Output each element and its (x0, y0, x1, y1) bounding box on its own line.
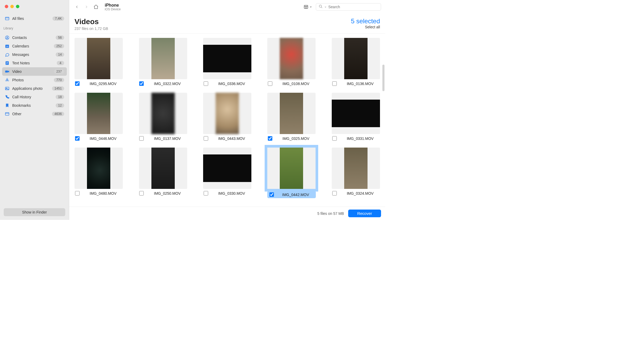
video-checkbox[interactable] (75, 81, 80, 86)
video-item[interactable]: IMG_0136.MOV (332, 38, 380, 86)
video-item[interactable]: IMG_0442.MOV (267, 148, 316, 198)
search-box[interactable] (316, 3, 381, 11)
scrollbar-thumb[interactable] (382, 65, 384, 91)
video-filename: IMG_0331.MOV (340, 136, 380, 141)
sidebar-item-label: Messages (12, 52, 53, 57)
video-checkbox[interactable] (204, 81, 208, 86)
sidebar-item-label: Calendars (12, 44, 51, 48)
chevron-down-icon (324, 6, 327, 8)
video-checkbox[interactable] (268, 136, 272, 141)
sidebar-item-messages[interactable]: Messages14 (2, 50, 67, 59)
video-thumbnail-wrap[interactable] (332, 38, 380, 79)
video-thumbnail-wrap[interactable] (139, 148, 187, 189)
video-checkbox[interactable] (268, 81, 272, 86)
video-thumbnail-wrap[interactable] (267, 148, 316, 189)
video-thumbnail-wrap[interactable] (203, 148, 251, 189)
video-meta: IMG_0295.MOV (75, 81, 123, 86)
selected-count: 5 selected (351, 17, 380, 25)
video-thumbnail (216, 93, 239, 134)
video-item[interactable]: IMG_0330.MOV (203, 148, 251, 198)
sidebar-item-applications-photo[interactable]: Applications photo1451 (2, 84, 67, 93)
video-thumbnail-wrap[interactable] (139, 38, 187, 79)
video-checkbox[interactable] (332, 136, 337, 141)
content-header: Videos 237 files on 1,72 GB 5 selected S… (69, 14, 385, 34)
sidebar-item-bookmarks[interactable]: Bookmarks12 (2, 101, 67, 110)
sidebar-item-all-files[interactable]: All files 7,4K (2, 14, 67, 23)
video-item[interactable]: IMG_0336.MOV (203, 38, 251, 86)
sidebar-item-badge: 252 (54, 44, 64, 48)
video-filename: IMG_0108.MOV (276, 82, 316, 86)
device-subtitle: iOS Device (105, 7, 121, 11)
sidebar-item-label: Video (12, 69, 51, 74)
video-checkbox[interactable] (269, 192, 274, 197)
video-thumbnail-wrap[interactable] (75, 38, 123, 79)
video-item[interactable]: IMG_0443.MOV (203, 93, 251, 141)
video-thumbnail (203, 154, 251, 182)
back-button[interactable] (73, 3, 80, 10)
video-thumbnail-wrap[interactable] (332, 148, 380, 189)
video-thumbnail-wrap[interactable] (203, 93, 251, 134)
video-checkbox[interactable] (204, 136, 208, 141)
video-item[interactable]: IMG_0324.MOV (332, 148, 380, 198)
video-thumbnail-wrap[interactable] (139, 93, 187, 134)
video-item[interactable]: IMG_0137.MOV (139, 93, 187, 141)
svg-point-14 (8, 80, 9, 81)
video-thumbnail-wrap[interactable] (267, 93, 316, 134)
home-button[interactable] (93, 3, 99, 10)
video-checkbox[interactable] (139, 191, 144, 196)
video-meta: IMG_0443.MOV (203, 136, 251, 141)
sidebar-item-calendars[interactable]: 29Calendars252 (2, 42, 67, 50)
breadcrumb: iPhone iOS Device (105, 3, 121, 11)
recover-button[interactable]: Recover (348, 210, 381, 217)
video-thumbnail (151, 93, 175, 134)
svg-rect-0 (5, 17, 9, 20)
video-checkbox[interactable] (75, 191, 80, 196)
show-in-finder-button[interactable]: Show in Finder (4, 208, 65, 216)
video-checkbox[interactable] (139, 136, 144, 141)
view-mode-button[interactable] (303, 3, 313, 10)
video-checkbox[interactable] (204, 191, 208, 196)
sidebar-item-label: Other (12, 112, 49, 116)
sidebar-item-other[interactable]: Other4636 (2, 110, 67, 118)
minimize-window-button[interactable] (10, 5, 14, 8)
video-item[interactable]: IMG_0108.MOV (267, 38, 316, 86)
video-thumbnail (280, 93, 303, 134)
maximize-window-button[interactable] (16, 5, 19, 8)
video-item[interactable]: IMG_0322.MOV (139, 38, 187, 86)
video-thumbnail-wrap[interactable] (332, 93, 380, 134)
sidebar-item-call-history[interactable]: Call History18 (2, 93, 67, 101)
sidebar-item-photos[interactable]: Photos770 (2, 76, 67, 84)
video-item[interactable]: IMG_0325.MOV (267, 93, 316, 141)
page-subtitle: 237 files on 1,72 GB (75, 26, 108, 31)
video-meta: IMG_0336.MOV (203, 81, 251, 86)
video-thumbnail-wrap[interactable] (75, 93, 123, 134)
sidebar-item-text-notes[interactable]: Text Notes4 (2, 59, 67, 67)
forward-button[interactable] (83, 3, 90, 10)
video-thumbnail-wrap[interactable] (267, 38, 316, 79)
select-all-link[interactable]: Select all (351, 25, 380, 29)
sidebar-item-contacts[interactable]: Contacts56 (2, 33, 67, 42)
sidebar-item-video[interactable]: Video237 (2, 67, 67, 76)
sidebar-item-label: Bookmarks (12, 103, 53, 108)
search-input[interactable] (328, 5, 378, 9)
video-thumbnail (203, 45, 251, 72)
video-item[interactable]: IMG_0480.MOV (75, 148, 123, 198)
video-filename: IMG_0295.MOV (83, 82, 123, 86)
video-item[interactable]: IMG_0446.MOV (75, 93, 123, 141)
video-item[interactable]: IMG_0295.MOV (75, 38, 123, 86)
video-checkbox[interactable] (332, 191, 337, 196)
video-item[interactable]: IMG_0331.MOV (332, 93, 380, 141)
video-checkbox[interactable] (139, 81, 144, 86)
video-filename: IMG_0336.MOV (212, 82, 251, 86)
window-controls (0, 0, 69, 12)
video-thumbnail (280, 148, 303, 189)
close-window-button[interactable] (5, 5, 8, 8)
video-filename: IMG_0442.MOV (278, 193, 313, 197)
video-thumbnail-wrap[interactable] (203, 38, 251, 79)
svg-rect-10 (5, 70, 8, 73)
video-checkbox[interactable] (332, 81, 337, 86)
video-item[interactable]: IMG_0250.MOV (139, 148, 187, 198)
video-thumbnail-wrap[interactable] (75, 148, 123, 189)
video-checkbox[interactable] (75, 136, 80, 141)
video-meta: IMG_0446.MOV (75, 136, 123, 141)
